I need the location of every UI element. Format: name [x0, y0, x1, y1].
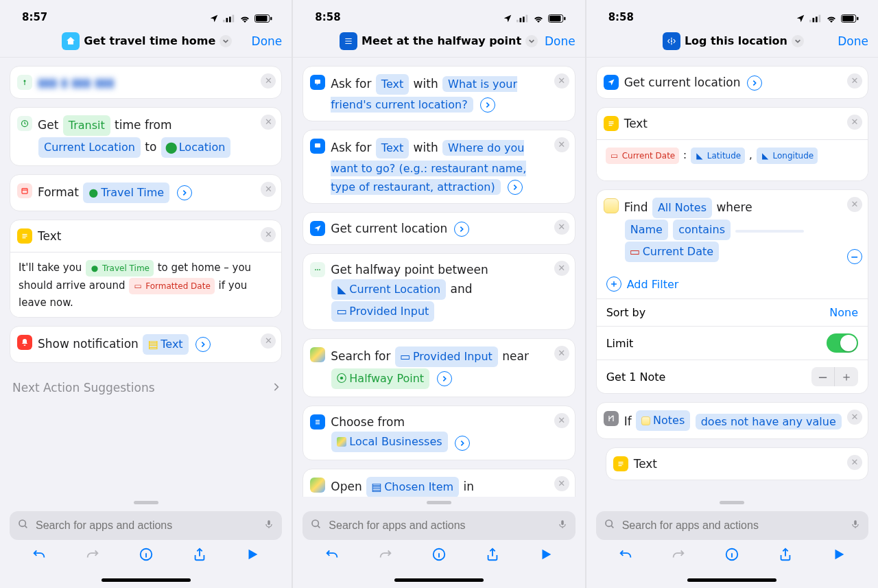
share-button[interactable]	[192, 547, 207, 565]
title-dropdown[interactable]	[220, 35, 232, 47]
done-button[interactable]: Done	[838, 34, 868, 48]
close-icon[interactable]: ✕	[261, 227, 276, 242]
close-icon[interactable]: ✕	[261, 333, 276, 349]
text-chip[interactable]: ▤Text	[143, 334, 188, 355]
grabber[interactable]	[586, 497, 878, 506]
action-halfway-point[interactable]: Get halfway point between ◣Current Locat…	[302, 253, 575, 330]
location-chip[interactable]: ⬤Location	[161, 137, 231, 158]
provided-input-chip[interactable]: ▭Provided Input	[331, 301, 434, 322]
action-ask-destination[interactable]: Ask for Text with Where do you want to g…	[302, 130, 575, 204]
text-body[interactable]: ▭Current Date : ◣Latitude , ◣Longitude	[597, 139, 868, 180]
shortcut-title[interactable]: Meet at the halfway point	[361, 34, 521, 47]
expand-icon[interactable]	[480, 97, 495, 113]
formatted-date-token[interactable]: ▭Formatted Date	[129, 278, 215, 294]
close-icon[interactable]: ✕	[847, 197, 862, 212]
limit-toggle[interactable]	[827, 333, 858, 353]
mic-icon[interactable]	[851, 518, 860, 533]
close-icon[interactable]: ✕	[554, 220, 569, 235]
action-get-current-location[interactable]: Get current location ✕	[596, 66, 868, 99]
action-text[interactable]: Text ✕ ▭Current Date : ◣Latitude , ◣Long…	[596, 107, 868, 181]
search-input[interactable]	[327, 519, 551, 532]
next-action-suggestions[interactable]: Next Action Suggestions	[10, 371, 282, 404]
close-icon[interactable]: ✕	[847, 73, 862, 89]
action-text[interactable]: Text ✕ It'll take you ●Travel Time to ge…	[10, 220, 282, 318]
action-format[interactable]: Format ●Travel Time ✕	[10, 174, 282, 211]
text-body[interactable]: It'll take you ●Travel Time to get home …	[10, 252, 281, 317]
mic-icon[interactable]	[558, 518, 567, 533]
action-text-inner[interactable]: Text ✕	[606, 447, 868, 480]
expand-icon[interactable]	[195, 337, 211, 352]
action-get-travel-time[interactable]: Get Transit time from Current Location t…	[10, 107, 282, 166]
action-choose-from-list[interactable]: Choose from Local Businesses ✕	[302, 405, 575, 460]
share-button[interactable]	[778, 547, 793, 565]
close-icon[interactable]: ✕	[554, 346, 569, 361]
add-filter-button[interactable]: ＋ Add Filter	[596, 270, 868, 299]
close-icon[interactable]: ✕	[261, 73, 276, 89]
text-type-chip[interactable]: Text	[376, 138, 409, 158]
longitude-token[interactable]: ◣Longitude	[757, 148, 818, 164]
grabber[interactable]	[293, 497, 584, 506]
stepper-minus[interactable]: −	[811, 367, 835, 386]
stepper-plus[interactable]: ＋	[835, 367, 858, 386]
close-icon[interactable]: ✕	[261, 115, 276, 130]
latitude-token[interactable]: ◣Latitude	[691, 148, 745, 164]
play-button[interactable]	[831, 547, 846, 565]
current-date-token[interactable]: ▭Current Date	[606, 148, 680, 164]
provided-input-chip[interactable]: ▭Provided Input	[395, 346, 498, 367]
travel-time-chip[interactable]: ●Travel Time	[83, 183, 169, 203]
close-icon[interactable]: ✕	[847, 455, 862, 470]
info-button[interactable]	[431, 547, 447, 565]
play-button[interactable]	[538, 547, 554, 565]
close-icon[interactable]: ✕	[554, 476, 569, 491]
search-bar[interactable]	[302, 511, 575, 540]
shortcut-title[interactable]: Get travel time home	[84, 34, 215, 47]
redo-button[interactable]	[378, 547, 393, 565]
close-icon[interactable]: ✕	[554, 413, 569, 428]
action-location-blurred[interactable]: ▮▮▮ ▮ ▮▮▮ ▮▮▮ ✕	[10, 66, 282, 99]
transit-chip[interactable]: Transit	[63, 115, 110, 136]
grabber[interactable]	[0, 497, 292, 506]
expand-icon[interactable]	[455, 436, 470, 451]
current-location-chip[interactable]: Current Location	[38, 137, 141, 158]
close-icon[interactable]: ✕	[554, 73, 569, 89]
undo-button[interactable]	[618, 547, 633, 565]
action-search-maps[interactable]: Search for ▭Provided Input near ⦿Halfway…	[302, 338, 575, 397]
action-show-notification[interactable]: Show notification ▤Text ✕	[10, 326, 282, 363]
name-field-chip[interactable]: Name	[625, 220, 668, 240]
title-dropdown[interactable]	[792, 35, 804, 47]
chosen-item-chip[interactable]: ▤Chosen Item	[366, 477, 459, 497]
mic-icon[interactable]	[264, 518, 274, 533]
share-button[interactable]	[485, 547, 500, 565]
close-icon[interactable]: ✕	[554, 261, 569, 276]
value-chip-empty[interactable]	[735, 230, 804, 233]
notes-chip[interactable]: Notes	[636, 410, 690, 431]
halfway-point-chip[interactable]: ⦿Halfway Point	[331, 368, 429, 389]
close-icon[interactable]: ✕	[847, 115, 862, 130]
text-type-chip[interactable]: Text	[376, 74, 409, 95]
search-input[interactable]	[34, 519, 259, 532]
close-icon[interactable]: ✕	[847, 410, 862, 425]
title-dropdown[interactable]	[525, 35, 538, 47]
undo-button[interactable]	[32, 547, 47, 565]
info-button[interactable]	[139, 547, 154, 565]
note-count-stepper[interactable]: −＋	[811, 367, 858, 386]
sort-value[interactable]: None	[829, 306, 858, 319]
done-button[interactable]: Done	[252, 34, 283, 48]
all-notes-chip[interactable]: All Notes	[652, 198, 712, 218]
action-find-notes[interactable]: Find All Notes where Name contains ▭Curr…	[596, 189, 868, 270]
close-icon[interactable]: ✕	[554, 137, 569, 152]
search-bar[interactable]	[10, 511, 282, 540]
play-button[interactable]	[245, 547, 260, 565]
shortcut-title[interactable]: Log this location	[685, 34, 787, 47]
current-location-chip[interactable]: ◣Current Location	[331, 279, 446, 300]
expand-icon[interactable]	[454, 222, 469, 237]
expand-icon[interactable]	[177, 185, 192, 200]
redo-button[interactable]	[671, 547, 686, 565]
done-button[interactable]: Done	[545, 34, 576, 48]
undo-button[interactable]	[324, 547, 340, 565]
expand-icon[interactable]	[508, 180, 523, 195]
action-ask-friend-location[interactable]: Ask for Text with What is your friend's …	[302, 66, 575, 121]
info-button[interactable]	[724, 547, 739, 565]
search-input[interactable]	[621, 519, 845, 532]
expand-icon[interactable]	[747, 75, 762, 91]
